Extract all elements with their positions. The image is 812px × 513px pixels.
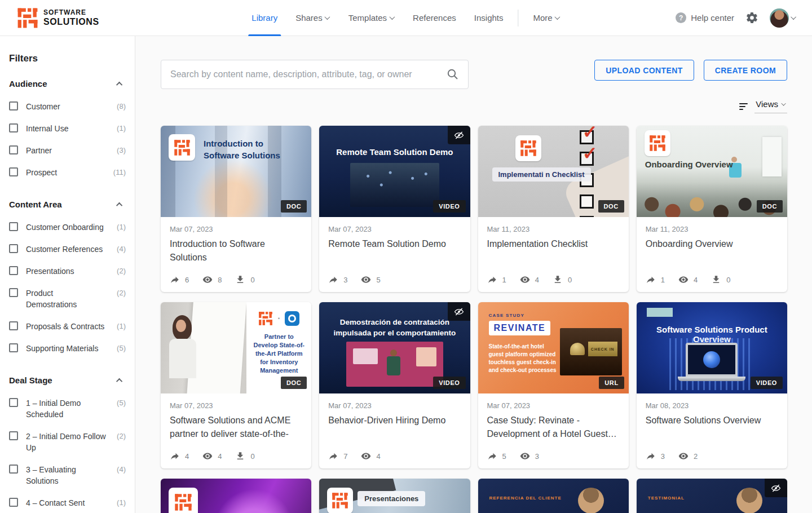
content-card[interactable]: Introduction to Software Solutions DOC M… <box>161 126 311 292</box>
nav-more[interactable]: More <box>524 0 570 36</box>
card-thumbnail[interactable]: REFERENCIA DEL CLIENTE <box>478 479 629 513</box>
search-icon[interactable] <box>446 68 460 81</box>
content-card[interactable] <box>161 479 311 513</box>
content-card[interactable]: TESTIMONIAL <box>637 479 787 513</box>
brand-logo-chip <box>645 130 670 156</box>
filter-section-audience: Audience Customer(8) Internal Use(1) Par… <box>9 79 126 178</box>
content-card[interactable]: Presentaciones <box>319 479 470 513</box>
checkbox[interactable] <box>9 288 18 297</box>
filter-item-label: Product Demostrations <box>26 288 106 310</box>
brand-name: SOFTWARE SOLUTIONS <box>43 9 99 26</box>
share-count: 1 <box>661 276 665 284</box>
search-input[interactable] <box>161 60 469 89</box>
create-room-button[interactable]: CREATE ROOM <box>704 60 787 81</box>
filter-item-label: 4 – Contact Sent <box>26 497 106 508</box>
card-title[interactable]: Software Solutions Overview <box>646 414 778 441</box>
nav-shares[interactable]: Shares <box>286 0 339 36</box>
card-title[interactable]: Onboarding Overview <box>646 237 778 264</box>
content-card[interactable]: ✓ ✓ Implementati n Checklist DOC Mar 11,… <box>478 126 629 292</box>
card-stats: 4 4 0 <box>170 451 302 461</box>
content-card[interactable]: · Partner to Develop State-of-the-Art Pl… <box>161 302 311 468</box>
content-card[interactable]: CASE STUDY REVINATE State-of-the-art hot… <box>478 302 629 468</box>
content-card[interactable]: Remote Team Solution Demo VIDEO Mar 07, … <box>319 126 470 292</box>
checkbox[interactable] <box>9 244 18 253</box>
filter-item-label: Prospect <box>26 167 106 178</box>
content-card[interactable]: REFERENCIA DEL CLIENTE <box>478 479 629 513</box>
views-dropdown[interactable]: Views <box>739 99 787 113</box>
filter-item-count: (5) <box>117 343 126 352</box>
card-thumbnail[interactable]: · Partner to Develop State-of-the-Art Pl… <box>161 302 311 393</box>
nav-insights[interactable]: Insights <box>465 0 513 36</box>
checkbox[interactable] <box>9 101 18 110</box>
filter-item-label: 3 – Evaluating Solutions <box>26 464 106 487</box>
card-thumbnail[interactable]: Demostración de contratación impulsada p… <box>319 302 470 393</box>
download-icon <box>711 275 721 285</box>
card-thumbnail[interactable]: TESTIMONIAL <box>637 479 787 513</box>
checkbox[interactable] <box>9 123 18 132</box>
card-thumbnail[interactable]: Onboarding Overview DOC <box>637 126 787 217</box>
checkbox[interactable] <box>9 465 18 474</box>
card-thumbnail[interactable]: Presentaciones <box>319 479 470 513</box>
card-thumbnail[interactable]: Remote Team Solution Demo VIDEO <box>319 126 470 217</box>
view-count: 4 <box>535 276 539 284</box>
checkbox[interactable] <box>9 431 18 440</box>
card-title[interactable]: Introduction to Software Solutions <box>170 237 302 264</box>
checkbox[interactable] <box>9 222 18 231</box>
filter-item-label: Internal Use <box>26 123 106 134</box>
views-label: Views <box>756 99 778 109</box>
checkbox[interactable] <box>9 167 18 176</box>
checkbox[interactable] <box>9 321 18 330</box>
search-box <box>161 60 469 89</box>
share-count: 4 <box>185 452 189 461</box>
checkbox[interactable] <box>9 266 18 275</box>
avatar[interactable] <box>770 8 789 28</box>
content-card[interactable]: Software Solutions Product Overview VIDE… <box>637 302 787 468</box>
filter-item-count: (2) <box>117 288 126 297</box>
user-menu[interactable] <box>770 8 796 28</box>
checkbox[interactable] <box>9 145 18 154</box>
card-thumbnail[interactable]: Introduction to Software Solutions DOC <box>161 126 311 217</box>
eye-off-icon <box>454 130 464 140</box>
card-title[interactable]: Case Study: Revinate - Development of a … <box>487 414 620 441</box>
nav-templates[interactable]: Templates <box>339 0 404 36</box>
share-stat: 1 <box>487 275 506 285</box>
filter-item: Partner(3) <box>9 145 126 156</box>
thumbnail-image <box>350 163 439 207</box>
nav-library[interactable]: Library <box>242 0 286 36</box>
card-title[interactable]: Behavior-Driven Hiring Demo <box>328 414 461 441</box>
card-title[interactable]: Remote Team Solution Demo <box>328 237 461 264</box>
card-thumbnail[interactable]: ✓ ✓ Implementati n Checklist DOC <box>478 126 629 217</box>
filter-item: Product Demostrations(2) <box>9 288 126 310</box>
nav-references[interactable]: References <box>404 0 465 36</box>
upload-content-button[interactable]: UPLOAD CONTENT <box>594 60 694 81</box>
checkbox[interactable] <box>9 343 18 352</box>
content-card[interactable]: Demostración de contratación impulsada p… <box>319 302 470 468</box>
card-thumbnail[interactable]: CASE STUDY REVINATE State-of-the-art hot… <box>478 302 629 393</box>
checkbox[interactable] <box>9 398 18 407</box>
filter-item: Prospect(11) <box>9 167 126 178</box>
share-count: 3 <box>661 452 665 461</box>
hidden-indicator <box>765 479 787 497</box>
settings-gear-icon[interactable] <box>745 11 758 24</box>
filter-section-header[interactable]: Deal Stage <box>9 375 126 385</box>
laptop-image <box>686 343 738 377</box>
card-thumbnail[interactable]: Software Solutions Product Overview VIDE… <box>637 302 787 393</box>
nav-templates-label: Templates <box>348 13 387 23</box>
share-count: 5 <box>502 452 506 461</box>
view-count: 8 <box>218 276 222 284</box>
content-card[interactable]: Onboarding Overview DOC Mar 11, 2023 Onb… <box>637 126 787 292</box>
chevron-up-icon <box>116 81 122 87</box>
brand-logo[interactable]: SOFTWARE SOLUTIONS <box>17 7 99 29</box>
card-title[interactable]: Software Solutions and ACME partner to d… <box>170 414 302 441</box>
share-icon <box>646 451 656 461</box>
filter-section-title: Content Area <box>9 200 62 209</box>
filter-section-header[interactable]: Audience <box>9 79 126 89</box>
card-stats: 3 2 <box>646 451 778 461</box>
card-title[interactable]: Implementation Checklist <box>487 237 620 264</box>
card-thumbnail[interactable] <box>161 479 311 513</box>
view-stat: 8 <box>202 275 222 285</box>
checkbox[interactable] <box>9 498 18 507</box>
help-center-link[interactable]: ? Help center <box>676 12 734 23</box>
filter-section-header[interactable]: Content Area <box>9 200 126 209</box>
brand-line1: SOFTWARE <box>43 9 99 16</box>
